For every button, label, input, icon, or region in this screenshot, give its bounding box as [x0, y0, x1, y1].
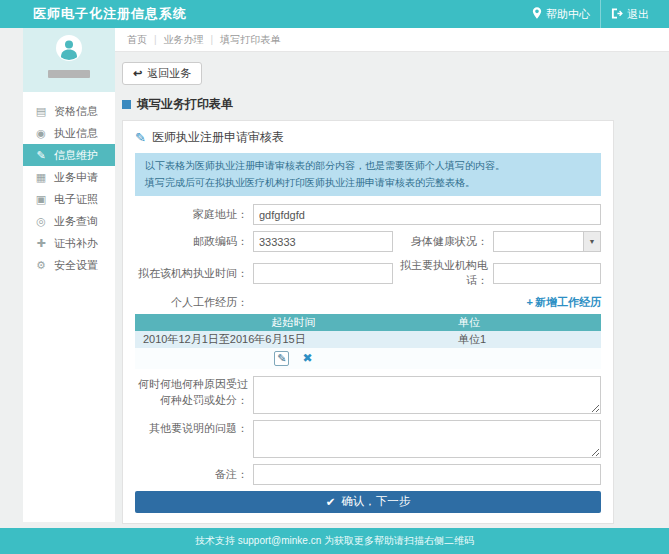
- breadcrumb-home[interactable]: 首页: [127, 33, 147, 47]
- practice-time-label: 拟在该机构执业时间：: [135, 265, 253, 282]
- form-title: ✎ 医师执业注册申请审核表: [135, 129, 601, 146]
- sidebar-item-label: 执业信息: [54, 126, 98, 141]
- notice-box: 以下表格为医师执业注册申请审核表的部分内容，也是需要医师个人填写的内容。 填写完…: [135, 153, 601, 196]
- section-bullet-icon: [122, 100, 131, 109]
- elicense-icon: ▣: [35, 193, 47, 206]
- return-icon: ↩: [133, 67, 142, 80]
- sidebar-item-qualification[interactable]: ▤ 资格信息: [23, 100, 115, 122]
- sidebar-item-practice[interactable]: ◉ 执业信息: [23, 122, 115, 144]
- add-experience-link[interactable]: + 新增工作经历: [527, 295, 601, 310]
- plus-icon: +: [527, 296, 533, 308]
- sidebar-item-label: 业务查询: [54, 214, 98, 229]
- punishment-textarea[interactable]: [253, 376, 601, 414]
- doctor-avatar: [56, 35, 82, 65]
- practice-icon: ◉: [35, 127, 47, 140]
- table-row: 2010年12月1日至2016年6月15日 单位1: [135, 331, 601, 348]
- sidebar-item-label: 电子证照: [54, 192, 98, 207]
- health-status-label: 身体健康状况：: [393, 234, 493, 249]
- maintenance-icon: ✎: [35, 149, 47, 162]
- punishment-label: 何时何地何种原因受过何种处罚或处分：: [135, 376, 253, 409]
- reissue-icon: ✚: [35, 237, 47, 250]
- remark-input[interactable]: [253, 464, 601, 485]
- remark-row: 备注：: [135, 464, 601, 485]
- remark-label: 备注：: [135, 466, 253, 483]
- experience-period-cell: 2010年12月1日至2016年6月15日: [135, 331, 452, 348]
- security-gear-icon: ⚙: [35, 259, 47, 272]
- page-body: ▤ 资格信息 ◉ 执业信息 ✎ 信息维护 ▦ 业务申请 ▣ 电子证照 ◎ 业务查…: [0, 28, 669, 528]
- org-phone-input[interactable]: [493, 263, 601, 284]
- form-pencil-icon: ✎: [135, 130, 146, 145]
- home-address-row: 家庭地址：: [135, 204, 601, 225]
- help-center-link[interactable]: 帮助中心: [522, 0, 600, 28]
- sidebar-item-label: 资格信息: [54, 104, 98, 119]
- main-content: 首页 业务办理 填写打印表单 ↩ 返回业务 填写业务打印表单 ✎ 医师执业注册申…: [115, 28, 669, 528]
- application-icon: ▦: [35, 171, 47, 184]
- postal-code-input[interactable]: [253, 231, 393, 252]
- time-phone-row: 拟在该机构执业时间： 拟主要执业机构电话：: [135, 258, 601, 288]
- add-experience-label: 新增工作经历: [535, 295, 601, 310]
- experience-actions-spacer: [452, 348, 601, 369]
- edit-experience-button[interactable]: ✎: [274, 351, 289, 366]
- column-header-unit: 单位: [452, 314, 601, 331]
- experience-unit-cell: 单位1: [452, 331, 601, 348]
- sidebar: ▤ 资格信息 ◉ 执业信息 ✎ 信息维护 ▦ 业务申请 ▣ 电子证照 ◎ 业务查…: [23, 28, 115, 522]
- sidebar-item-maintenance[interactable]: ✎ 信息维护: [23, 144, 115, 166]
- column-header-period: 起始时间: [135, 314, 452, 331]
- footer-text: 技术支持 support@minke.cn 为获取更多帮助请扫描右侧二维码: [195, 534, 474, 548]
- app-title: 医师电子化注册信息系统: [33, 5, 187, 23]
- postal-health-row: 邮政编码： 身体健康状况： ▼: [135, 231, 601, 252]
- page-title: 填写业务打印表单: [122, 96, 669, 113]
- experience-table: 起始时间 单位 2010年12月1日至2016年6月15日 单位1 ✎ ✖: [135, 314, 601, 369]
- sidebar-item-label: 安全设置: [54, 258, 98, 273]
- health-status-select[interactable]: ▼: [493, 231, 601, 252]
- sidebar-item-reissue[interactable]: ✚ 证书补办: [23, 232, 115, 254]
- app-header: 医师电子化注册信息系统 帮助中心 退出: [0, 0, 669, 28]
- dropdown-arrow-icon[interactable]: ▼: [583, 232, 600, 251]
- delete-experience-button[interactable]: ✖: [303, 351, 313, 365]
- check-icon: ✔: [326, 495, 336, 509]
- user-name-placeholder: [48, 70, 90, 78]
- home-address-input[interactable]: [253, 204, 601, 225]
- sidebar-item-label: 业务申请: [54, 170, 98, 185]
- experience-actions-cell: ✎ ✖: [135, 348, 452, 369]
- location-pin-icon: [532, 7, 542, 21]
- notice-line-1: 以下表格为医师执业注册申请审核表的部分内容，也是需要医师个人填写的内容。: [145, 158, 591, 175]
- breadcrumb-business[interactable]: 业务办理: [147, 33, 204, 47]
- back-button-label: 返回业务: [147, 66, 191, 81]
- experience-actions-row: ✎ ✖: [135, 348, 601, 369]
- main-inner: ↩ 返回业务 填写业务打印表单 ✎ 医师执业注册申请审核表 以下表格为医师执业注…: [115, 52, 669, 524]
- sidebar-item-label: 信息维护: [54, 148, 98, 163]
- sidebar-item-label: 证书补办: [54, 236, 98, 251]
- page-title-text: 填写业务打印表单: [137, 96, 233, 113]
- sidebar-item-application[interactable]: ▦ 业务申请: [23, 166, 115, 188]
- other-issues-textarea[interactable]: [253, 420, 601, 458]
- sidebar-menu: ▤ 资格信息 ◉ 执业信息 ✎ 信息维护 ▦ 业务申请 ▣ 电子证照 ◎ 业务查…: [23, 92, 115, 276]
- help-center-label: 帮助中心: [546, 7, 590, 22]
- work-experience-label: 个人工作经历：: [135, 294, 253, 311]
- sidebar-item-security[interactable]: ⚙ 安全设置: [23, 254, 115, 276]
- breadcrumb-current: 填写打印表单: [204, 33, 281, 47]
- experience-table-header: 起始时间 单位: [135, 314, 601, 331]
- org-phone-label: 拟主要执业机构电话：: [393, 258, 493, 288]
- logout-link[interactable]: 退出: [600, 0, 659, 28]
- sidebar-item-elicense[interactable]: ▣ 电子证照: [23, 188, 115, 210]
- breadcrumb-bar: 首页 业务办理 填写打印表单: [115, 28, 669, 52]
- home-address-label: 家庭地址：: [135, 206, 253, 223]
- confirm-next-button[interactable]: ✔ 确认，下一步: [135, 491, 601, 513]
- exit-icon: [611, 8, 623, 21]
- sidebar-item-query[interactable]: ◎ 业务查询: [23, 210, 115, 232]
- notice-line-2: 填写完成后可在拟执业医疗机构打印医师执业注册申请审核表的完整表格。: [145, 175, 591, 192]
- postal-code-label: 邮政编码：: [135, 233, 253, 250]
- confirm-next-label: 确认，下一步: [341, 494, 410, 509]
- other-issues-row: 其他要说明的问题：: [135, 420, 601, 458]
- page-footer: 技术支持 support@minke.cn 为获取更多帮助请扫描右侧二维码: [0, 528, 669, 554]
- work-experience-row: 个人工作经历： + 新增工作经历: [135, 294, 601, 311]
- header-actions: 帮助中心 退出: [522, 0, 659, 28]
- form-title-text: 医师执业注册申请审核表: [152, 129, 284, 146]
- breadcrumb: 首页 业务办理 填写打印表单: [127, 33, 280, 47]
- punishment-row: 何时何地何种原因受过何种处罚或处分：: [135, 376, 601, 414]
- practice-time-input[interactable]: [253, 263, 393, 284]
- other-issues-label: 其他要说明的问题：: [135, 420, 253, 437]
- query-icon: ◎: [35, 215, 47, 228]
- back-to-business-button[interactable]: ↩ 返回业务: [122, 62, 202, 85]
